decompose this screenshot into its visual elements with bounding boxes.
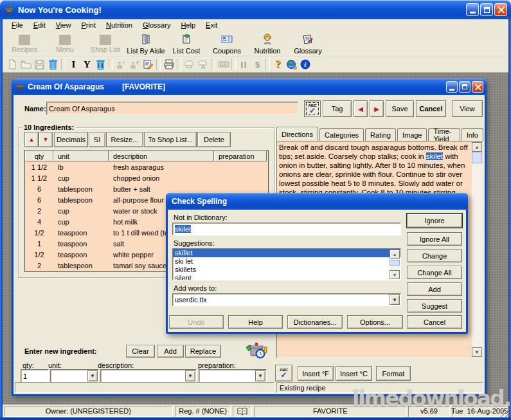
spell-check-button[interactable]: ABC ✓ bbox=[304, 100, 321, 117]
toolbar-separator bbox=[156, 59, 161, 70]
edit-recipe-icon[interactable] bbox=[141, 58, 155, 71]
ignore-all-button[interactable]: Ignore All bbox=[407, 232, 462, 246]
purge-icon[interactable] bbox=[94, 58, 107, 71]
format-button[interactable]: Format bbox=[376, 366, 411, 381]
column-header-unit[interactable]: unit bbox=[53, 151, 109, 161]
scroll-thumb[interactable] bbox=[472, 152, 482, 163]
suggestion-item[interactable]: ski let bbox=[173, 257, 400, 266]
list-by-aisle-button[interactable]: List By Aisle bbox=[127, 32, 165, 55]
web-icon[interactable] bbox=[285, 58, 298, 71]
si-button[interactable]: SI bbox=[89, 132, 105, 147]
help-icon[interactable]: ? bbox=[271, 58, 285, 71]
tab-time-yield[interactable]: Time-Yield bbox=[428, 128, 460, 141]
scroll-down-button[interactable]: ▼ bbox=[472, 347, 482, 357]
ingredient-row[interactable]: 1 1/2cupchopped onion bbox=[25, 172, 268, 183]
menu-file[interactable]: File bbox=[6, 20, 28, 30]
tab-info[interactable]: Info bbox=[462, 128, 483, 141]
close-button[interactable] bbox=[494, 3, 507, 16]
suggestions-listbox[interactable]: skillet ski let skillets silent ▲ ▼ bbox=[172, 248, 401, 280]
nutrition-button[interactable]: Nutrition bbox=[248, 32, 287, 55]
dropdown-arrow-icon[interactable]: ▼ bbox=[255, 370, 265, 381]
clear-button[interactable]: Clear bbox=[126, 345, 155, 358]
help-button[interactable]: Help bbox=[228, 315, 283, 329]
cancel-spelling-button[interactable]: Cancel bbox=[407, 315, 462, 329]
delete-recipe-icon[interactable] bbox=[46, 58, 60, 71]
minimize-button[interactable] bbox=[466, 3, 479, 16]
maximize-button[interactable] bbox=[480, 3, 493, 16]
tab-directions[interactable]: Directions bbox=[276, 127, 318, 141]
move-down-button[interactable]: ▼ bbox=[39, 132, 53, 147]
arrow-left-icon: ◀ bbox=[358, 105, 363, 113]
suggestion-item[interactable]: silent bbox=[173, 274, 400, 280]
spell-check-directions-button[interactable]: ABC ✓ bbox=[275, 365, 292, 381]
preparation-combo[interactable]: ▼ bbox=[199, 369, 267, 383]
change-button[interactable]: Change bbox=[407, 249, 462, 262]
menu-help[interactable]: Help bbox=[175, 20, 201, 30]
scroll-up-button[interactable]: ▲ bbox=[390, 250, 400, 259]
dropdown-arrow-icon[interactable]: ▼ bbox=[390, 295, 400, 305]
recipe-status-left bbox=[15, 382, 275, 393]
tab-categories[interactable]: Categories bbox=[319, 128, 364, 141]
column-header-description[interactable]: description bbox=[109, 151, 214, 161]
menu-view[interactable]: View bbox=[51, 20, 76, 30]
replace-button[interactable]: Replace bbox=[185, 345, 221, 358]
recipe-close-button[interactable] bbox=[472, 81, 483, 93]
name-input[interactable] bbox=[46, 102, 298, 115]
tab-image[interactable]: Image bbox=[397, 128, 427, 141]
move-up-button[interactable]: ▲ bbox=[24, 132, 39, 147]
tag-button[interactable]: Tag bbox=[323, 100, 352, 117]
dictionaries-button[interactable]: Dictionaries... bbox=[287, 315, 343, 329]
menu-glossary[interactable]: Glossary bbox=[138, 20, 175, 30]
qty-input[interactable] bbox=[21, 369, 49, 383]
scroll-thumb[interactable] bbox=[390, 260, 400, 266]
tab-rating[interactable]: Rating bbox=[365, 128, 396, 141]
merge-icon[interactable]: Y bbox=[80, 58, 94, 71]
column-header-preparation[interactable]: preparation bbox=[214, 151, 267, 161]
dropdown-arrow-icon[interactable]: ▼ bbox=[87, 370, 98, 381]
menu-nutrition[interactable]: Nutrition bbox=[101, 20, 138, 30]
directions-scrollbar[interactable]: ▲ ▼ bbox=[472, 142, 482, 357]
previous-recipe-button[interactable]: ◀ bbox=[354, 100, 368, 117]
dictionary-combo[interactable]: userdic.tlx ▼ bbox=[172, 293, 401, 306]
resize-button[interactable]: Resize... bbox=[106, 132, 143, 147]
ignore-button[interactable]: Ignore bbox=[407, 214, 462, 228]
sort-icon[interactable]: I bbox=[67, 58, 80, 71]
suggestion-item[interactable]: skillet bbox=[173, 249, 400, 257]
description-combo[interactable]: ▼ bbox=[100, 369, 197, 383]
suggestions-scrollbar[interactable]: ▲ ▼ bbox=[390, 250, 400, 279]
list-cost-button[interactable]: List Cost bbox=[167, 32, 206, 55]
recipe-maximize-button[interactable] bbox=[459, 81, 471, 93]
menu-edit[interactable]: Edit bbox=[28, 20, 51, 30]
next-recipe-button[interactable]: ▶ bbox=[370, 100, 384, 117]
save-button[interactable]: Save bbox=[386, 100, 414, 117]
change-all-button[interactable]: Change All bbox=[407, 266, 462, 279]
delete-button[interactable]: Delete bbox=[197, 132, 231, 147]
add-word-button[interactable]: Add bbox=[407, 282, 462, 296]
decimals-button[interactable]: Decimals bbox=[54, 132, 88, 147]
view-button[interactable]: View bbox=[452, 100, 483, 117]
menu-print[interactable]: Print bbox=[76, 20, 101, 30]
suggest-button[interactable]: Suggest bbox=[407, 299, 462, 313]
scroll-up-button[interactable]: ▲ bbox=[472, 142, 482, 152]
menu-exit[interactable]: Exit bbox=[201, 20, 222, 30]
recipe-minimize-button[interactable] bbox=[446, 81, 458, 93]
insert-fahrenheit-button[interactable]: Insert °F bbox=[298, 366, 334, 381]
toolbar-separator bbox=[211, 59, 215, 70]
cancel-button[interactable]: Cancel bbox=[416, 100, 446, 117]
word-input[interactable]: skilet bbox=[172, 223, 401, 235]
print-icon[interactable] bbox=[162, 58, 175, 71]
suggestion-item[interactable]: skillets bbox=[173, 266, 400, 274]
column-header-qty[interactable]: qty bbox=[25, 151, 53, 161]
watermark: limedownload.com bbox=[352, 386, 511, 411]
coupons-button[interactable]: Coupons bbox=[208, 32, 246, 55]
insert-celsius-button[interactable]: Insert °C bbox=[336, 366, 372, 381]
scroll-down-button[interactable]: ▼ bbox=[390, 270, 400, 279]
to-shop-list-button[interactable]: To Shop List... bbox=[144, 132, 197, 147]
ingredient-row[interactable]: 1 1/2lbfresh asparagus bbox=[25, 161, 268, 172]
unit-combo[interactable]: ▼ bbox=[50, 369, 99, 383]
glossary-button[interactable]: Glossary bbox=[289, 32, 327, 55]
dropdown-arrow-icon[interactable]: ▼ bbox=[185, 370, 195, 381]
options-button[interactable]: Options... bbox=[347, 315, 403, 329]
info-icon[interactable]: i bbox=[298, 58, 312, 71]
add-ingredient-button[interactable]: Add bbox=[157, 345, 184, 358]
